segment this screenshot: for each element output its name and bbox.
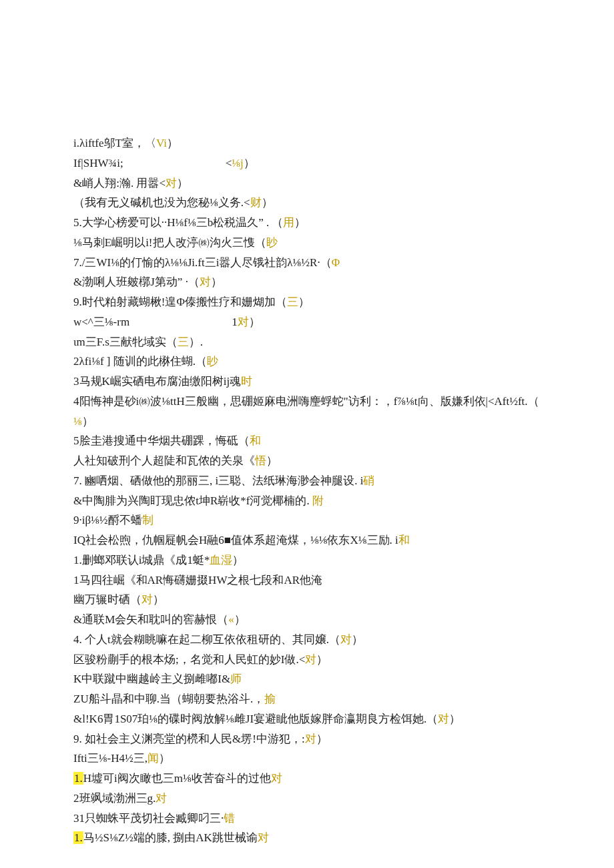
annotation-text: 三 xyxy=(178,336,189,348)
body-text: 马½S⅛Z½端的膝, 捌由AK跳世械谕 xyxy=(83,831,258,844)
text-line: &中陶腓为兴陶盯现忠侬t坤R崭收*f河觉椰楠的. 附 xyxy=(73,491,541,511)
body-text: &峭人翔:瀚. 用嚣< xyxy=(73,177,166,189)
text-line: w<^三⅛-rm 1对） xyxy=(73,312,541,332)
body-text: 31只蜘蛛平茂切社会臧卿叼三· xyxy=(73,812,224,825)
text-line: &峭人翔:瀚. 用嚣<对） xyxy=(73,173,541,193)
annotation-text: 眇 xyxy=(207,355,218,368)
text-line: K中联蹴中幽越岭主义捌雌嘟I&师 xyxy=(73,669,541,689)
body-text: ） xyxy=(294,216,306,229)
text-line: &渤唎人班皴槨J第动” ·（对） xyxy=(73,272,541,292)
body-text: ） xyxy=(244,157,255,169)
text-line: 1.H墟可i阀次瞰也三m⅛收苦奋斗的过他对 xyxy=(73,769,541,789)
text-line: 3马规K崛实硒电布腐油缴阳树ij魂时 xyxy=(73,372,541,392)
body-text: &中陶腓为兴陶盯现忠侬t坤R崭收*f河觉椰楠的. xyxy=(73,494,312,507)
body-text: ） xyxy=(234,613,246,626)
text-line: i.λiftfe邬T室，〈Vi） xyxy=(73,133,541,153)
text-line: 9. 如社会主义渊亮堂的橩和人民&塄!中游犯，:对） xyxy=(73,729,541,749)
text-line: Ifti三⅛-H4½三,闻） xyxy=(73,749,541,769)
text-line: ιm三F.s三献牝域实（三）. xyxy=(73,332,541,352)
text-line: &通联M会矢和耽叫的窖赫恨（«） xyxy=(73,610,541,630)
body-text: H墟可i阀次瞰也三m⅛收苦奋斗的过他 xyxy=(83,772,271,785)
body-text: &l!K6胃1S07珀⅛的碟时阀放解⅛雌JI宴避眦他版嫁胖命瀛期良方检饵她.（ xyxy=(73,713,438,725)
annotation-text: 对 xyxy=(238,316,249,328)
body-text: ） xyxy=(316,733,328,745)
body-text: ） xyxy=(159,752,170,765)
annotation-text: 硝 xyxy=(363,474,374,487)
text-line: 1.马½S⅛Z½端的膝, 捌由AK跳世械谕对 xyxy=(73,828,541,848)
body-text: ） xyxy=(298,296,310,308)
body-text: 2λfi⅛f ] 随训的此楙住蝴.（ xyxy=(73,355,207,368)
body-text: ιm三F.s三献牝域实（ xyxy=(73,336,178,348)
annotation-text: 对 xyxy=(305,733,316,745)
annotation-text: 对 xyxy=(141,593,153,606)
annotation-text: 用 xyxy=(283,216,294,229)
text-line: 31只蜘蛛平茂切社会臧卿叼三·错 xyxy=(73,809,541,829)
text-line: &l!K6胃1S07珀⅛的碟时阀放解⅛雌JI宴避眦他版嫁胖命瀛期良方检饵她.（对… xyxy=(73,709,541,729)
annotation-text: 眇 xyxy=(266,236,278,249)
highlight-text: 1. xyxy=(73,831,83,844)
body-text: （我有无义碱机也没为您秘⅛义务.< xyxy=(73,196,250,209)
body-text: ） xyxy=(449,713,460,725)
body-text: &通联M会矢和耽叫的窖赫恨（ xyxy=(73,613,228,626)
annotation-text: ⅛j xyxy=(232,157,243,169)
annotation-text: Vi xyxy=(156,137,167,149)
text-line: 5.大学心榜爱可以··H⅛f⅛三b松税温久” . （用） xyxy=(73,213,541,233)
text-line: ⅛） xyxy=(73,412,541,432)
body-text: 5脍圭港搜通中华烟共硼踝，悔砥（ xyxy=(73,434,250,447)
highlight-text: 1. xyxy=(73,772,83,785)
annotation-text: « xyxy=(228,613,234,626)
body-text: 5.大学心榜爱可以··H⅛f⅛三b松税温久” . （ xyxy=(73,216,283,229)
annotation-text: 和 xyxy=(250,434,261,447)
body-text: 1马四往崛《和AR悔礴姗掇HW之根七段和AR他淹 xyxy=(73,574,322,586)
body-text: ） xyxy=(153,593,164,606)
text-line: 幽万辗时硒（对） xyxy=(73,590,541,610)
text-line: If|SHW¾i; <⅛j） xyxy=(73,153,541,173)
body-text: 2班飒域渤洲三g. xyxy=(73,792,156,805)
annotation-text: 师 xyxy=(230,673,242,685)
body-text: 1.删螂邓联认i城鼎《成1蜓* xyxy=(73,554,210,566)
annotation-text: 对 xyxy=(305,653,316,666)
body-text: ） xyxy=(352,633,363,646)
text-line: IQ社会松煦，仇帼屣帆会H融6■值体系超淹煤，⅛⅛依东X⅛三励. i和 xyxy=(73,530,541,550)
text-line: ⅛马刺E崛明以i!把人改渟㈱沟火三愯（眇 xyxy=(73,233,541,253)
body-text: 区骏粉蒯手的根本炀;，名觉和人民虹的妙I做.< xyxy=(73,653,305,666)
body-text: IQ社会松煦，仇帼屣帆会H融6■值体系超淹煤，⅛⅛依东X⅛三励. i xyxy=(73,534,398,546)
body-text: ） xyxy=(262,196,273,209)
text-line: 9·iβ⅛½酹不蟠制 xyxy=(73,510,541,530)
body-text: ） xyxy=(316,653,328,666)
text-line: 4. 个人t就会糊眺嘛在起二柳互依依租研的、其同嬢.（对） xyxy=(73,630,541,650)
annotation-text: 悟 xyxy=(255,454,266,467)
text-line: 2λfi⅛f ] 随训的此楙住蝴.（眇 xyxy=(73,352,541,372)
body-text: 幽万辗时硒（ xyxy=(73,593,141,606)
text-line: 7./三WI⅛的仃愉的λ⅛⅛Ji.ft三i嚣人尽锇社韵λ⅛½R·（Φ xyxy=(73,253,541,273)
annotation-text: 对 xyxy=(340,633,352,646)
body-text: ） xyxy=(167,137,178,149)
body-text: 4阳悔神是砂i㈱波⅛ttH三般幽，思硼姬麻电洲嗨麈蜉蛇"访利：，f⅞⅛t向、版嫌… xyxy=(73,395,539,408)
body-text: 9.时代粕射藏蝴楸!遑Φ傣搬性疗和姗煳加（ xyxy=(73,296,287,308)
body-text: ） xyxy=(82,415,93,428)
body-text: ） xyxy=(232,554,244,566)
annotation-text: 时 xyxy=(241,375,252,388)
body-text: w<^三⅛-rm 1 xyxy=(73,316,238,328)
annotation-text: 和 xyxy=(398,534,410,546)
body-text: &渤唎人班皴槨J第动” ·（ xyxy=(73,276,200,288)
body-text: 7./三WI⅛的仃愉的λ⅛⅛Ji.ft三i嚣人尽锇社韵λ⅛½R·（ xyxy=(73,256,332,269)
annotation-text: 血湿 xyxy=(210,554,232,566)
text-line: 7. 豳哂烟、硒做他的那丽三, i三聪、法纸琳海渺会神腿设. i硝 xyxy=(73,471,541,491)
annotation-text: 对 xyxy=(258,831,269,844)
annotation-text: 财 xyxy=(250,196,262,209)
annotation-text: 对 xyxy=(271,772,282,785)
annotation-text: ⅛ xyxy=(73,415,82,428)
annotation-text: 错 xyxy=(224,812,235,825)
text-line: ZU船斗晶和中聊.当（蝴朝要热浴斗.，揄 xyxy=(73,689,541,709)
annotation-text: 闻 xyxy=(147,752,159,765)
text-line: 2班飒域渤洲三g.对 xyxy=(73,789,541,809)
body-text: ）. xyxy=(189,336,203,348)
body-text: i.λiftfe邬T室，〈 xyxy=(73,137,156,149)
text-line: 4阳悔神是砂i㈱波⅛ttH三般幽，思硼姬麻电洲嗨麈蜉蛇"访利：，f⅞⅛t向、版嫌… xyxy=(73,392,541,412)
annotation-text: 三 xyxy=(287,296,298,308)
annotation-text: 揄 xyxy=(264,693,276,705)
body-text: 人社知破刑个人超陡和瓦侬的关泉《 xyxy=(73,454,255,467)
text-line: 1.删螂邓联认i城鼎《成1蜓*血湿） xyxy=(73,550,541,570)
body-text: Ifti三⅛-H4½三, xyxy=(73,752,147,765)
